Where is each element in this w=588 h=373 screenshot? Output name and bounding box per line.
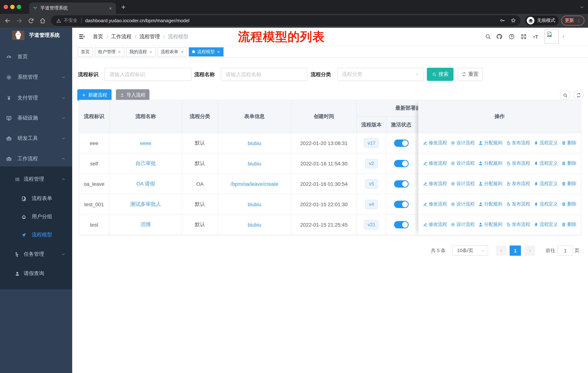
row-action-删除[interactable]: 删除: [561, 222, 576, 228]
browser-tab[interactable]: 芋道管理系统: [29, 2, 116, 14]
prev-page-button[interactable]: [496, 245, 506, 256]
form-info-link[interactable]: biubiu: [248, 222, 261, 227]
url-text[interactable]: dashboard.yudao.iocoder.cn/bpm/manager/m…: [85, 18, 189, 23]
row-action-修改流程[interactable]: 修改流程: [423, 201, 447, 207]
row-action-分配规则[interactable]: 分配规则: [478, 140, 502, 146]
model-name-link[interactable]: eeee: [140, 140, 151, 146]
refresh-table-button[interactable]: [573, 90, 584, 100]
version-badge[interactable]: v21: [364, 220, 379, 229]
page-size-select[interactable]: 10条/页: [452, 245, 488, 256]
forward-button[interactable]: [16, 18, 23, 24]
row-action-发布流程[interactable]: 发布流程: [506, 201, 530, 207]
sidebar-item-任务管理[interactable]: 任务管理: [0, 246, 72, 262]
back-button[interactable]: [4, 18, 11, 24]
row-action-设计流程[interactable]: 设计流程: [451, 222, 475, 228]
page-number-1[interactable]: 1: [510, 245, 521, 256]
row-action-流程定义[interactable]: 流程定义: [534, 181, 558, 187]
filter-category-select[interactable]: 流程分类: [337, 68, 424, 81]
row-action-设计流程[interactable]: 设计流程: [451, 160, 475, 166]
version-badge[interactable]: v5: [365, 179, 378, 189]
active-toggle[interactable]: [394, 180, 409, 187]
row-action-修改流程[interactable]: 修改流程: [423, 140, 447, 146]
row-action-删除[interactable]: 删除: [561, 201, 576, 207]
row-action-修改流程[interactable]: 修改流程: [423, 160, 447, 166]
sidebar-item-工作流程[interactable]: 工作流程: [0, 151, 72, 167]
sidebar-item-首页[interactable]: 首页: [0, 49, 72, 65]
tab-tag-流程表单[interactable]: 流程表单: [158, 47, 187, 56]
row-action-分配规则[interactable]: 分配规则: [478, 222, 502, 228]
tab-close-icon[interactable]: [109, 6, 112, 10]
row-action-修改流程[interactable]: 修改流程: [423, 222, 447, 228]
sidebar-collapse-icon[interactable]: [78, 33, 85, 40]
row-action-修改流程[interactable]: 修改流程: [423, 181, 447, 187]
active-toggle[interactable]: [394, 221, 409, 228]
sidebar-item-流程管理[interactable]: 流程管理: [0, 171, 72, 187]
close-icon[interactable]: [149, 50, 152, 53]
tab-search-chevron-icon[interactable]: [580, 5, 584, 10]
font-size-icon[interactable]: [533, 33, 539, 40]
app-logo[interactable]: 芋道管理系统: [12, 30, 60, 40]
row-action-发布流程[interactable]: 发布流程: [506, 140, 530, 146]
version-badge[interactable]: v4: [365, 200, 378, 209]
model-name-link[interactable]: 滔博: [141, 221, 151, 228]
password-key-icon[interactable]: [499, 18, 505, 23]
goto-page-input[interactable]: [557, 245, 573, 256]
tab-tag-首页[interactable]: 首页: [78, 47, 93, 56]
browser-menu-dots-icon[interactable]: [577, 18, 581, 23]
active-toggle[interactable]: [394, 160, 409, 167]
close-icon[interactable]: [118, 50, 121, 53]
form-info-link[interactable]: biubiu: [248, 161, 261, 166]
sidebar-item-支付管理[interactable]: 支付管理: [0, 90, 72, 106]
sidebar-item-用户分组[interactable]: 用户分组: [0, 209, 72, 225]
row-action-发布流程[interactable]: 发布流程: [506, 222, 530, 228]
window-close-button[interactable]: [4, 5, 8, 9]
row-action-删除[interactable]: 删除: [561, 140, 576, 146]
version-badge[interactable]: v2: [365, 159, 378, 168]
row-action-设计流程[interactable]: 设计流程: [451, 140, 475, 146]
user-menu-caret-icon[interactable]: [562, 35, 565, 39]
avatar[interactable]: [545, 30, 559, 44]
row-action-删除[interactable]: 删除: [561, 160, 576, 166]
row-action-流程定义[interactable]: 流程定义: [534, 140, 558, 146]
close-icon[interactable]: [180, 50, 184, 53]
url-bar[interactable]: 不安全 dashboard.yudao.iocoder.cn/bpm/manag…: [51, 15, 521, 26]
sidebar-item-系统管理[interactable]: 系统管理: [0, 69, 72, 85]
not-secure-warning-icon[interactable]: [56, 18, 61, 23]
browser-update-chip[interactable]: 更新: [561, 16, 584, 26]
active-toggle[interactable]: [394, 139, 409, 147]
row-action-设计流程[interactable]: 设计流程: [451, 181, 475, 187]
row-action-发布流程[interactable]: 发布流程: [506, 160, 530, 166]
active-toggle[interactable]: [394, 201, 409, 208]
model-name-link[interactable]: OA 请假: [136, 181, 155, 187]
sidebar-item-请假查询[interactable]: 请假查询: [0, 266, 72, 282]
row-action-分配规则[interactable]: 分配规则: [478, 201, 502, 207]
reload-button[interactable]: [28, 18, 34, 24]
sidebar-item-流程模型[interactable]: 流程模型: [0, 227, 72, 243]
breadcrumb-item[interactable]: 首页: [93, 33, 103, 40]
breadcrumb-item[interactable]: 流程模型: [168, 33, 188, 40]
form-info-link[interactable]: /bpm/oa/leave/create: [231, 181, 278, 187]
row-action-分配规则[interactable]: 分配规则: [478, 181, 502, 187]
show-search-toggle-button[interactable]: [560, 90, 570, 100]
reset-button[interactable]: 重置: [458, 68, 483, 81]
filter-name-input[interactable]: [221, 68, 308, 81]
breadcrumb-item[interactable]: 流程管理: [140, 33, 160, 40]
model-name-link[interactable]: 自己审批: [136, 160, 156, 167]
window-minimize-button[interactable]: [10, 5, 15, 9]
row-action-设计流程[interactable]: 设计流程: [451, 201, 475, 207]
close-icon[interactable]: [217, 50, 220, 53]
model-name-link[interactable]: 测试多审批人: [130, 201, 161, 207]
sidebar-item-研发工具[interactable]: 研发工具: [0, 131, 72, 146]
bookmark-star-icon[interactable]: [510, 18, 516, 23]
row-action-发布流程[interactable]: 发布流程: [506, 181, 530, 187]
form-info-link[interactable]: biubiu: [248, 140, 261, 146]
breadcrumb-item[interactable]: 工作流程: [111, 33, 132, 40]
sidebar-item-流程表单[interactable]: 流程表单: [0, 191, 72, 207]
row-action-流程定义[interactable]: 流程定义: [534, 222, 558, 228]
github-icon[interactable]: [496, 33, 502, 40]
window-zoom-button[interactable]: [17, 5, 21, 9]
tab-tag-流程模型[interactable]: 流程模型: [189, 47, 223, 56]
row-action-删除[interactable]: 删除: [561, 181, 576, 187]
create-model-button[interactable]: 新建流程: [77, 89, 112, 101]
sidebar-item-基础设施[interactable]: 基础设施: [0, 110, 72, 126]
